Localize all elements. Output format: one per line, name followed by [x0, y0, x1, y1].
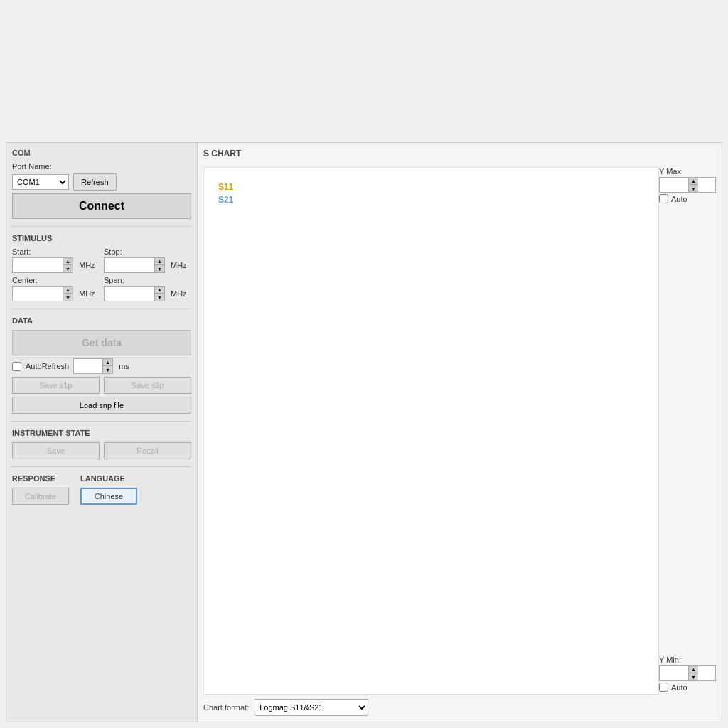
center-label: Center: — [12, 276, 100, 284]
stop-spinner: 300.000000 ▲ ▼ — [104, 257, 165, 273]
port-controls-row: COM1 COM2 COM3 Refresh — [12, 173, 191, 191]
start-input-row: 0.050000 ▲ ▼ MHz — [12, 257, 100, 273]
span-down-btn[interactable]: ▼ — [154, 294, 164, 301]
language-section: LANGUAGE Chinese — [80, 474, 137, 505]
start-up-btn[interactable]: ▲ — [63, 258, 73, 265]
s11-legend: S11 — [218, 182, 233, 192]
data-section: DATA Get data AutoRefresh 1200 ▲ ▼ ms Sa… — [12, 316, 191, 414]
com-section: COM Port Name: COM1 COM2 COM3 Refresh Co… — [12, 149, 191, 219]
y-min-input[interactable]: -70.0 — [660, 666, 688, 680]
response-language-row: RESPONSE Calibrate LANGUAGE Chinese — [12, 474, 191, 505]
chart-format-select[interactable]: Logmag S11&S21 Phase S11&S21 SWR Smith C… — [255, 699, 368, 716]
divider-4 — [12, 466, 191, 467]
interval-input[interactable]: 1200 — [74, 359, 102, 373]
y-min-auto-row: Auto — [659, 682, 716, 692]
y-max-auto-row: Auto — [659, 194, 716, 203]
span-up-btn[interactable]: ▲ — [154, 287, 164, 294]
y-max-group: Y Max: 0.0 ▲ ▼ Auto — [659, 167, 716, 203]
start-down-btn[interactable]: ▼ — [63, 265, 73, 272]
start-label: Start: — [12, 247, 100, 256]
chart-legend: S11 S21 — [218, 182, 233, 205]
y-max-up-btn[interactable]: ▲ — [688, 178, 698, 185]
save-s2p-button[interactable]: Save s2p — [104, 377, 191, 394]
center-down-btn[interactable]: ▼ — [63, 294, 73, 301]
instrument-state-section: INSTRUMENT STATE Save Recall — [12, 429, 191, 459]
interval-up-btn[interactable]: ▲ — [102, 359, 112, 366]
span-input[interactable]: 300.000000 — [105, 287, 154, 301]
y-max-input[interactable]: 0.0 — [660, 178, 688, 192]
span-input-row: 300.000000 ▲ ▼ MHz — [104, 286, 191, 301]
get-data-button[interactable]: Get data — [12, 330, 191, 355]
stop-input[interactable]: 300.000000 — [105, 258, 154, 272]
stop-label: Stop: — [104, 247, 191, 256]
center-spinner: 150.000000 ▲ ▼ — [12, 286, 73, 301]
y-max-auto-label: Auto — [671, 195, 687, 203]
connect-button[interactable]: Connect — [12, 193, 191, 219]
instrument-state-label: INSTRUMENT STATE — [12, 429, 191, 437]
refresh-button[interactable]: Refresh — [73, 173, 117, 191]
y-min-spinner: -70.0 ▲ ▼ — [659, 665, 716, 681]
center-unit: MHz — [79, 289, 95, 298]
stimulus-section: STIMULUS Start: 0.050000 ▲ ▼ MHz — [12, 234, 191, 301]
left-panel: COM Port Name: COM1 COM2 COM3 Refresh Co… — [6, 142, 198, 722]
y-min-group: Y Min: -70.0 ▲ ▼ Auto — [659, 655, 716, 692]
load-snp-button[interactable]: Load snp file — [12, 397, 191, 414]
span-unit: MHz — [171, 289, 187, 298]
y-max-down-btn[interactable]: ▼ — [688, 185, 698, 192]
y-min-spinner-btns: ▲ ▼ — [688, 666, 698, 680]
interval-spinner: 1200 ▲ ▼ — [73, 358, 113, 374]
interval-down-btn[interactable]: ▼ — [102, 366, 112, 373]
stop-group: Stop: 300.000000 ▲ ▼ MHz — [104, 247, 191, 273]
interval-unit: ms — [119, 362, 129, 370]
port-select[interactable]: COM1 COM2 COM3 — [12, 174, 69, 190]
save-buttons-row: Save s1p Save s2p — [12, 377, 191, 394]
port-name-row: Port Name: — [12, 162, 191, 171]
save-state-button[interactable]: Save — [12, 442, 100, 459]
y-max-auto-checkbox[interactable] — [659, 194, 668, 203]
recall-state-button[interactable]: Recall — [104, 442, 191, 459]
divider-2 — [12, 309, 191, 309]
interval-spinner-btns: ▲ ▼ — [102, 359, 112, 373]
s21-legend: S21 — [218, 195, 233, 205]
start-input[interactable]: 0.050000 — [13, 258, 63, 272]
chart-main-area: S11 S21 Y Max: 0.0 ▲ ▼ — [203, 164, 716, 695]
calibrate-button[interactable]: Calibrate — [12, 488, 69, 505]
divider-3 — [12, 421, 191, 422]
chart-format-bar: Chart format: Logmag S11&S21 Phase S11&S… — [203, 695, 716, 716]
span-label: Span: — [104, 276, 191, 284]
stop-down-btn[interactable]: ▼ — [154, 265, 164, 272]
y-min-label: Y Min: — [659, 655, 716, 664]
stop-unit: MHz — [171, 261, 187, 269]
autorefresh-row: AutoRefresh 1200 ▲ ▼ ms — [12, 358, 191, 374]
right-panel: S CHART S11 S21 Y Max: 0.0 ▲ — [198, 142, 722, 722]
stop-up-btn[interactable]: ▲ — [154, 258, 164, 265]
stop-spinner-btns: ▲ ▼ — [154, 258, 164, 272]
port-name-label: Port Name: — [12, 162, 52, 171]
center-input[interactable]: 150.000000 — [13, 287, 63, 301]
language-label: LANGUAGE — [80, 474, 137, 483]
y-max-spinner-btns: ▲ ▼ — [688, 178, 698, 192]
chart-wrapper: S11 S21 — [203, 167, 659, 695]
response-section: RESPONSE Calibrate — [12, 474, 69, 505]
span-spinner-btns: ▲ ▼ — [154, 287, 164, 301]
stimulus-row-1: Start: 0.050000 ▲ ▼ MHz Stop: — [12, 247, 191, 273]
span-group: Span: 300.000000 ▲ ▼ MHz — [104, 276, 191, 301]
start-group: Start: 0.050000 ▲ ▼ MHz — [12, 247, 100, 273]
y-min-auto-checkbox[interactable] — [659, 682, 668, 692]
stop-input-row: 300.000000 ▲ ▼ MHz — [104, 257, 191, 273]
save-s1p-button[interactable]: Save s1p — [12, 377, 100, 394]
data-label: DATA — [12, 316, 191, 325]
y-min-auto-label: Auto — [671, 683, 687, 692]
y-max-spinner: 0.0 ▲ ▼ — [659, 177, 716, 193]
center-up-btn[interactable]: ▲ — [63, 287, 73, 294]
y-min-down-btn[interactable]: ▼ — [688, 673, 698, 680]
chinese-button[interactable]: Chinese — [80, 488, 137, 505]
center-group: Center: 150.000000 ▲ ▼ MHz — [12, 276, 100, 301]
divider-1 — [12, 226, 191, 227]
stimulus-label: STIMULUS — [12, 234, 191, 242]
y-max-label: Y Max: — [659, 167, 716, 176]
stimulus-row-2: Center: 150.000000 ▲ ▼ MHz Span: — [12, 276, 191, 301]
y-min-up-btn[interactable]: ▲ — [688, 666, 698, 673]
center-spinner-btns: ▲ ▼ — [63, 287, 73, 301]
autorefresh-checkbox[interactable] — [12, 362, 21, 371]
